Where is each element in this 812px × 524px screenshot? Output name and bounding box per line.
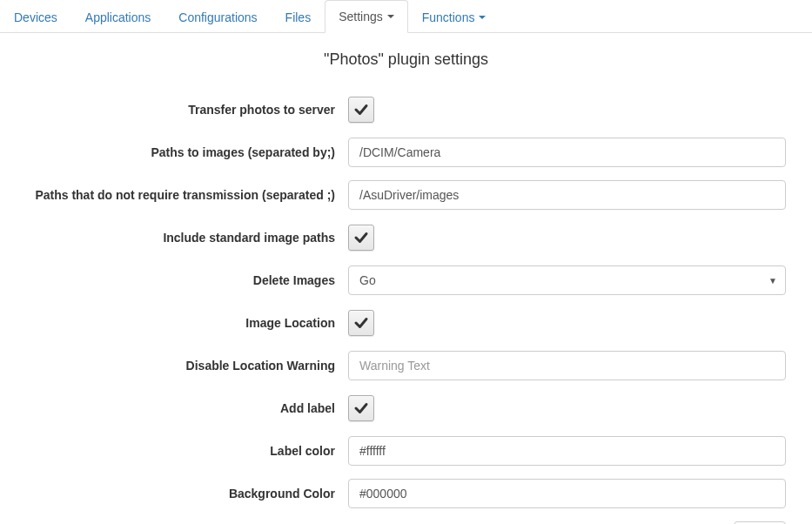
include-std-label: Include standard image paths	[26, 231, 348, 245]
tab-settings[interactable]: Settings	[325, 0, 408, 33]
bg-color-label: Background Color	[26, 487, 348, 500]
tab-functions-label: Functions	[422, 10, 475, 24]
caret-down-icon	[479, 16, 486, 19]
page-title: "Photos" plugin settings	[26, 50, 786, 69]
content-area: "Photos" plugin settings Transfer photos…	[0, 33, 812, 524]
disable-warning-input[interactable]	[348, 351, 786, 380]
check-icon	[353, 102, 369, 118]
image-location-checkbox[interactable]	[348, 310, 374, 336]
delete-images-select[interactable]: Go	[348, 265, 786, 295]
check-icon	[353, 315, 369, 331]
check-icon	[353, 400, 369, 416]
bg-color-input[interactable]	[348, 479, 786, 508]
add-label-checkbox[interactable]	[348, 395, 374, 421]
label-color-input[interactable]	[348, 436, 786, 466]
tab-configurations[interactable]: Configurations	[164, 0, 271, 33]
disable-warning-label: Disable Location Warning	[26, 359, 348, 373]
tab-devices[interactable]: Devices	[0, 0, 71, 33]
tab-applications[interactable]: Applications	[71, 0, 165, 33]
caret-down-icon	[387, 15, 394, 18]
transfer-photos-label: Transfer photos to server	[26, 103, 348, 117]
label-color-label: Label color	[26, 444, 348, 458]
delete-images-label: Delete Images	[26, 273, 348, 287]
paths-exclude-label: Paths that do not require transmission (…	[26, 188, 348, 202]
paths-images-input[interactable]	[348, 138, 786, 167]
tab-functions[interactable]: Functions	[408, 0, 500, 33]
tab-devices-label: Devices	[14, 10, 57, 24]
paths-images-label: Paths to images (separated by;)	[26, 145, 348, 159]
check-icon	[353, 230, 369, 245]
tab-files[interactable]: Files	[272, 0, 325, 33]
add-label-label: Add label	[26, 401, 348, 415]
tab-applications-label: Applications	[85, 10, 151, 24]
image-location-label: Image Location	[26, 316, 348, 330]
tab-settings-label: Settings	[339, 10, 383, 24]
tab-bar: Devices Applications Configurations File…	[0, 0, 812, 33]
include-std-checkbox[interactable]	[348, 225, 374, 251]
tab-configurations-label: Configurations	[178, 10, 257, 24]
tab-files-label: Files	[285, 10, 312, 24]
paths-exclude-input[interactable]	[348, 180, 786, 210]
transfer-photos-checkbox[interactable]	[348, 97, 374, 123]
